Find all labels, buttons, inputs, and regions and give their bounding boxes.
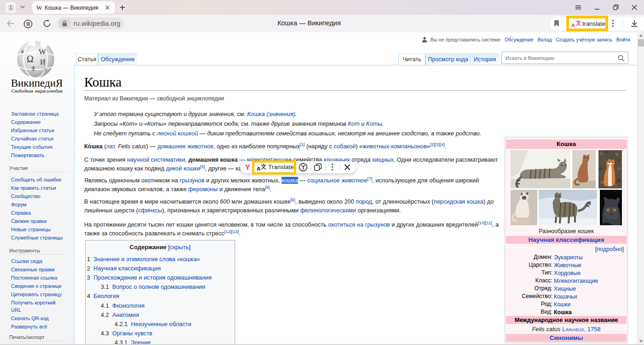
svg-text:A: A [571,23,575,28]
svg-text:И: И [40,58,46,66]
svg-text:Y: Y [245,164,250,171]
svg-text:W: W [39,47,46,56]
svg-text:1: 1 [10,5,12,10]
svg-text:7: 7 [44,67,46,74]
svg-text:A: A [257,166,260,171]
svg-text:Ω: Ω [27,54,34,64]
svg-text:Я: Я [26,21,30,27]
